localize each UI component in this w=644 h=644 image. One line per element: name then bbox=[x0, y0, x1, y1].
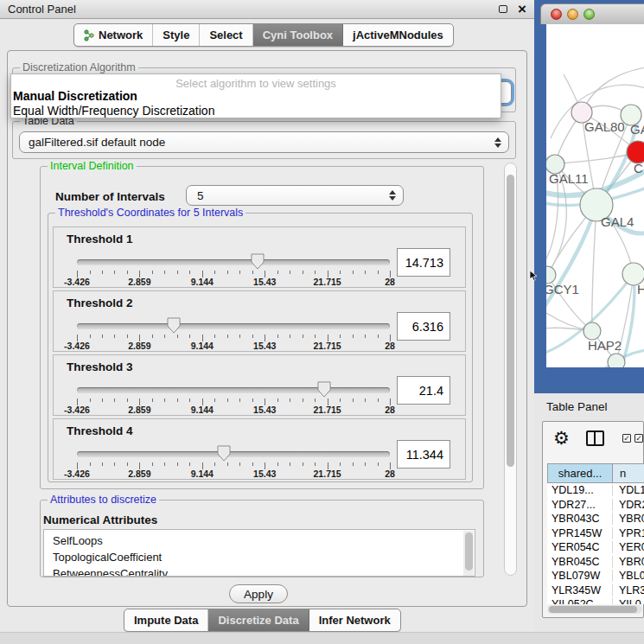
threshold-value-field[interactable]: 21.4 bbox=[397, 376, 450, 405]
slider-tick bbox=[227, 399, 228, 402]
threshold-value-field[interactable]: 11.344 bbox=[397, 440, 450, 469]
network-canvas[interactable]: GAL80GACGAL11GAL4GCY1HHAP2 bbox=[546, 24, 644, 367]
attributes-scrollbar[interactable] bbox=[463, 531, 474, 576]
threshold-slider-track[interactable] bbox=[77, 259, 390, 265]
close-traffic-light-icon[interactable] bbox=[551, 9, 562, 20]
threshold-value-field[interactable]: 6.316 bbox=[397, 312, 450, 341]
gear-icon[interactable]: ⚙ bbox=[553, 427, 570, 450]
threshold-slider-track[interactable] bbox=[77, 451, 390, 457]
column-header-name[interactable]: n bbox=[613, 463, 644, 483]
tab-discretize-data[interactable]: Discretize Data bbox=[208, 609, 309, 631]
option-equal-width-frequency[interactable]: Equal Width/Frequency Discretization bbox=[13, 104, 214, 118]
table-cell[interactable]: YBL079W bbox=[547, 570, 613, 582]
slider-tick-label: 9.144 bbox=[176, 277, 228, 287]
table-row[interactable]: YBR045CYBR0 bbox=[547, 555, 644, 570]
tab-impute-data[interactable]: Impute Data bbox=[124, 609, 208, 631]
tab-infer-network[interactable]: Infer Network bbox=[309, 609, 400, 631]
slider-tick bbox=[239, 271, 240, 274]
table-data-combobox[interactable]: galFiltered.sif default node bbox=[19, 131, 509, 153]
threshold-slider-track[interactable] bbox=[77, 323, 390, 329]
threshold-slider-thumb[interactable] bbox=[317, 381, 331, 398]
table-horizontal-scrollbar[interactable] bbox=[547, 605, 642, 614]
table-body: YDL19...YDL1YDR27...YDR2YBR043CYBR0YPR14… bbox=[547, 483, 644, 604]
list-item-betweennesscentrality[interactable]: BetweennessCentrality bbox=[44, 565, 475, 577]
table-cell[interactable]: YDL19... bbox=[547, 484, 613, 496]
table-cell[interactable]: YER0 bbox=[613, 541, 644, 553]
table-cell[interactable]: YDR27... bbox=[547, 499, 613, 511]
main-vertical-scrollbar[interactable] bbox=[504, 163, 517, 576]
network-edge[interactable] bbox=[592, 205, 596, 331]
zoom-traffic-light-icon[interactable] bbox=[583, 9, 595, 20]
checkbox-icon[interactable]: ✓ bbox=[634, 434, 643, 443]
network-node-gcy1[interactable] bbox=[546, 266, 556, 284]
slider-tick-label: 28 bbox=[364, 405, 416, 415]
minimize-traffic-light-icon[interactable] bbox=[567, 9, 578, 20]
table-cell[interactable]: YBR045C bbox=[547, 556, 613, 568]
network-node-label: C bbox=[634, 161, 643, 175]
table-cell[interactable]: YBR0 bbox=[613, 556, 644, 568]
slider-tick bbox=[227, 335, 228, 338]
algorithm-placeholder-option[interactable]: Select algorithm to view settings bbox=[11, 77, 501, 90]
columns-icon[interactable] bbox=[586, 430, 604, 446]
table-row[interactable]: YBR043CYBR0 bbox=[547, 512, 644, 526]
table-cell[interactable]: YER054C bbox=[547, 541, 613, 553]
table-row[interactable]: YPR145WYPR1 bbox=[547, 526, 644, 541]
threshold-value-field[interactable]: 14.713 bbox=[397, 248, 450, 277]
table-cell[interactable]: YLR345W bbox=[547, 584, 613, 596]
attributes-scrollbar-thumb[interactable] bbox=[465, 532, 473, 571]
table-cell[interactable]: YPR1 bbox=[613, 527, 644, 539]
checkbox-icon[interactable]: ✓ bbox=[622, 434, 631, 443]
table-cell[interactable]: YIL0 bbox=[613, 598, 644, 604]
list-item-topologicalcoefficient[interactable]: TopologicalCoefficient bbox=[44, 549, 475, 565]
slider-tick bbox=[152, 271, 153, 274]
table-cell[interactable]: YBR043C bbox=[547, 513, 613, 525]
numerical-attributes-list[interactable]: SelfLoopsTopologicalCoefficientBetweenne… bbox=[43, 529, 475, 577]
tab-cyni-toolbox[interactable]: Cyni Toolbox bbox=[253, 24, 343, 46]
tab-style[interactable]: Style bbox=[153, 24, 200, 46]
network-edge-highlighted[interactable] bbox=[546, 205, 596, 315]
apply-button[interactable]: Apply bbox=[229, 584, 288, 603]
tab-jactivemnodules[interactable]: jActiveMNodules bbox=[343, 24, 453, 46]
network-node-hap2[interactable] bbox=[583, 322, 601, 340]
network-window-titlebar[interactable] bbox=[540, 3, 644, 24]
tab-network[interactable]: Network bbox=[74, 24, 153, 46]
table-cell[interactable]: YBL0 bbox=[613, 570, 644, 582]
threshold-slider-track[interactable] bbox=[77, 387, 390, 393]
column-header-shared-name[interactable]: shared... bbox=[547, 463, 613, 483]
close-icon[interactable]: × bbox=[518, 5, 526, 14]
threshold-slider-thumb[interactable] bbox=[167, 317, 181, 334]
table-row[interactable]: YLR345WYLR3 bbox=[547, 583, 644, 598]
table-row[interactable]: YER054CYER0 bbox=[547, 540, 644, 555]
slider-tick bbox=[303, 335, 303, 338]
main-scrollbar-thumb[interactable] bbox=[507, 175, 514, 467]
table-cell[interactable]: YDL1 bbox=[613, 484, 644, 496]
slider-tick-label: -3.426 bbox=[51, 469, 103, 479]
table-cell[interactable]: YIL052C bbox=[547, 598, 613, 604]
slider-tick-label: 21.715 bbox=[302, 469, 354, 479]
slider-tick bbox=[353, 271, 354, 274]
slider-tick-label: 2.859 bbox=[113, 277, 165, 287]
float-window-icon[interactable] bbox=[499, 5, 507, 13]
number-of-intervals-spinner[interactable]: 5 bbox=[186, 185, 404, 206]
option-manual-discretization[interactable]: Manual Discretization bbox=[13, 89, 137, 103]
table-row[interactable]: YDL19...YDL1 bbox=[547, 483, 644, 498]
threshold-slider-thumb[interactable] bbox=[251, 253, 265, 270]
table-cell[interactable]: YDR2 bbox=[613, 499, 644, 511]
network-view-window[interactable]: GAL80GACGAL11GAL4GCY1HHAP2 bbox=[534, 0, 644, 393]
slider-tick bbox=[102, 335, 103, 338]
table-cell[interactable]: YPR145W bbox=[547, 527, 613, 539]
list-item-selfloops[interactable]: SelfLoops bbox=[44, 532, 475, 549]
table-row[interactable]: YDR27...YDR2 bbox=[547, 498, 644, 513]
table-scrollbar-thumb[interactable] bbox=[549, 606, 637, 613]
slider-tick bbox=[214, 462, 215, 466]
table-row[interactable]: YBL079WYBL0 bbox=[547, 569, 644, 583]
slider-tick bbox=[227, 271, 228, 274]
slider-tick bbox=[152, 462, 153, 466]
tab-select[interactable]: Select bbox=[200, 24, 252, 46]
table-cell[interactable]: YBR0 bbox=[613, 513, 644, 525]
network-node-bottom-node[interactable] bbox=[608, 354, 625, 367]
table-cell[interactable]: YLR3 bbox=[613, 584, 644, 596]
slider-tick-label: 28 bbox=[364, 277, 416, 287]
table-row[interactable]: YIL052CYIL0 bbox=[547, 597, 644, 604]
threshold-slider-thumb[interactable] bbox=[217, 445, 231, 462]
